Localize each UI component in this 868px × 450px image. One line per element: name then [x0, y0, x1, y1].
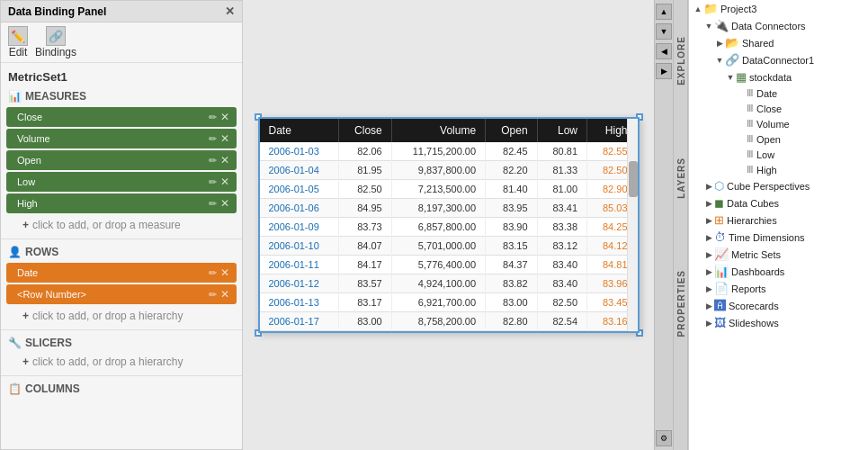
- bindings-button[interactable]: 🔗 Bindings: [35, 26, 76, 58]
- measures-section-header: 📊 MEASURES: [1, 87, 242, 105]
- canvas: Date Close Volume Open Low High 2006-01-…: [243, 0, 654, 450]
- measure-remove-icon[interactable]: ✕: [220, 132, 229, 145]
- tree-root-label: Project3: [720, 4, 756, 14]
- measure-open[interactable]: Open ✏ ✕: [6, 150, 237, 170]
- tree-label-ms: Metric Sets: [731, 249, 781, 260]
- panel-title: Data Binding Panel: [8, 5, 225, 18]
- measure-remove-icon[interactable]: ✕: [220, 154, 229, 166]
- canvas-area: Date Close Volume Open Low High 2006-01-…: [243, 0, 654, 450]
- tree-hierarchies[interactable]: ▶ ⊞ Hierarchies: [689, 212, 868, 229]
- tree-dataconnector1[interactable]: ▼ 🔗 DataConnector1: [689, 51, 868, 68]
- measure-edit-icon: ✏: [209, 112, 217, 123]
- scrollbar[interactable]: [627, 119, 638, 331]
- tree-arrow-rep: ▶: [703, 284, 714, 293]
- tree-arrow-shared: ▶: [714, 39, 725, 48]
- hierarchies-icon: ⊞: [714, 213, 724, 227]
- tree-label-rep: Reports: [731, 284, 766, 294]
- tree-root[interactable]: ▲ 📁 Project3: [689, 0, 868, 17]
- tree-data-cubes[interactable]: ▶ ◼ Data Cubes: [689, 194, 868, 212]
- measure-edit-icon: ✏: [209, 155, 217, 166]
- measures-icon: 📊: [8, 90, 22, 103]
- tree-arrow-ss: ▶: [703, 319, 714, 328]
- side-btn-1[interactable]: ▲: [656, 4, 672, 20]
- tree-label-low: Low: [756, 149, 774, 160]
- tree-dashboards[interactable]: ▶ 📊 Dashboards: [689, 263, 868, 280]
- tree-label-time: Time Dimensions: [729, 232, 805, 243]
- folder-shared-icon: 📂: [725, 36, 739, 50]
- tree-metric-sets[interactable]: ▶ 📈 Metric Sets: [689, 246, 868, 263]
- side-btn-2[interactable]: ▼: [656, 23, 672, 40]
- side-label-group: EXPLORE LAYERS PROPERTIES: [674, 36, 688, 338]
- divider3: [1, 375, 242, 376]
- reports-icon: 📄: [714, 282, 729, 295]
- tree-label-close: Close: [756, 104, 782, 114]
- tree-time-dimensions[interactable]: ▶ ⏱ Time Dimensions: [689, 229, 868, 246]
- row-date[interactable]: Date ✏ ✕: [6, 263, 237, 283]
- tree-scorecards[interactable]: ▶ 🅰 Scorecards: [689, 297, 868, 314]
- tree-reports[interactable]: ▶ 📄 Reports: [689, 280, 868, 297]
- side-btn-3[interactable]: ◀: [656, 43, 672, 59]
- field-close-icon: Ⅲ: [747, 103, 754, 114]
- columns-icon: 📋: [8, 382, 22, 395]
- col-date: Date: [260, 119, 339, 142]
- add-row-hint[interactable]: +click to add, or drop a hierarchy: [1, 306, 242, 326]
- edit-icon: ✏️: [8, 26, 28, 46]
- col-low: Low: [537, 119, 586, 142]
- connector1-icon: 🔗: [725, 53, 739, 67]
- tree-slideshows[interactable]: ▶ 🖼 Slideshows: [689, 314, 868, 331]
- measure-low[interactable]: Low ✏ ✕: [6, 172, 237, 192]
- tree-label-open: Open: [756, 134, 781, 145]
- row-remove-icon[interactable]: ✕: [220, 266, 229, 279]
- col-volume: Volume: [391, 119, 485, 142]
- panel-header: Data Binding Panel ✕: [1, 1, 242, 22]
- tree-field-low[interactable]: Ⅲ Low: [689, 147, 868, 162]
- folder-icon: 📁: [703, 2, 718, 15]
- tree-arrow-hier: ▶: [703, 216, 714, 225]
- tree-field-open[interactable]: Ⅲ Open: [689, 131, 868, 147]
- tree-field-close[interactable]: Ⅲ Close: [689, 101, 868, 116]
- tree-cube-perspectives[interactable]: ▶ ⬡ Cube Perspectives: [689, 177, 868, 194]
- side-btn-4[interactable]: ▶: [656, 63, 672, 79]
- panel-toolbar: ✏️ Edit 🔗 Bindings: [1, 22, 242, 63]
- edit-button[interactable]: ✏️ Edit: [8, 26, 28, 58]
- slideshows-icon: 🖼: [714, 316, 726, 329]
- tree-field-high[interactable]: Ⅲ High: [689, 162, 868, 177]
- tree-arrow-dash: ▶: [703, 267, 714, 276]
- close-icon[interactable]: ✕: [225, 4, 235, 18]
- tree-data-connectors[interactable]: ▼ 🔌 Data Connectors: [689, 17, 868, 34]
- measure-remove-icon[interactable]: ✕: [220, 176, 229, 188]
- tree-shared[interactable]: ▶ 📂 Shared: [689, 34, 868, 51]
- rows-section-header: 👤 ROWS: [1, 243, 242, 261]
- tree-arrow-sc: ▶: [703, 302, 714, 310]
- scorecards-icon: 🅰: [714, 299, 726, 312]
- panel-body: MetricSet1 📊 MEASURES Close ✏ ✕ Volume ✏…: [1, 63, 242, 449]
- divider2: [1, 329, 242, 330]
- row-remove-icon2[interactable]: ✕: [220, 288, 229, 301]
- measure-high[interactable]: High ✏ ✕: [6, 194, 237, 213]
- tree-arrow-cp: ▶: [703, 182, 714, 191]
- connector-icon: 🔌: [714, 19, 729, 32]
- add-measure-hint[interactable]: +click to add, or drop a measure: [1, 215, 242, 235]
- tree-field-date[interactable]: Ⅲ Date: [689, 86, 868, 101]
- table-row: 2006-01-1084.075,701,000.0083.1583.1284.…: [260, 237, 638, 256]
- tree-stockdata[interactable]: ▼ ▦ stockdata: [689, 68, 868, 86]
- table-row: 2006-01-1184.175,776,400.0084.3783.4084.…: [260, 256, 638, 274]
- right-tree-panel: ▲ 📁 Project3 ▼ 🔌 Data Connectors ▶ 📂 Sha…: [688, 0, 868, 450]
- bindings-icon: 🔗: [46, 26, 66, 46]
- scrollbar-thumb[interactable]: [629, 161, 638, 197]
- side-labels: EXPLORE LAYERS PROPERTIES: [674, 0, 688, 450]
- metricset-title: MetricSet1: [1, 67, 242, 87]
- tree-field-volume[interactable]: Ⅲ Volume: [689, 116, 868, 131]
- tree-arrow: ▲: [693, 4, 703, 14]
- measure-volume[interactable]: Volume ✏ ✕: [6, 129, 237, 148]
- add-slicer-hint[interactable]: +click to add, or drop a hierarchy: [1, 352, 242, 372]
- measure-remove-icon[interactable]: ✕: [220, 111, 229, 123]
- tree-arrow-dc1: ▼: [714, 56, 725, 65]
- table-row: 2006-01-1783.008,758,200.0082.8082.5483.…: [260, 312, 638, 331]
- tree-label-sc: Scorecards: [729, 301, 779, 311]
- side-btn-5[interactable]: ⚙: [656, 430, 672, 446]
- tree-label-cp: Cube Perspectives: [727, 181, 810, 192]
- row-rownumber[interactable]: <Row Number> ✏ ✕: [6, 284, 237, 304]
- measure-remove-icon[interactable]: ✕: [220, 197, 229, 210]
- measure-close[interactable]: Close ✏ ✕: [6, 107, 237, 127]
